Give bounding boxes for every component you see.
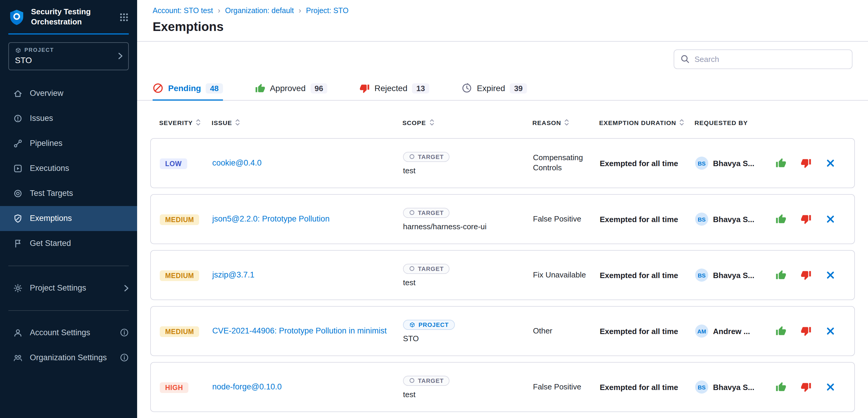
sidebar-item-label: Account Settings (30, 328, 90, 337)
chevron-right-icon (124, 285, 129, 292)
tab-count-badge: 48 (206, 83, 223, 94)
chevron-right-icon (118, 53, 123, 60)
column-exemption-duration[interactable]: EXEMPTION DURATION (599, 118, 694, 126)
toolbar (137, 42, 868, 77)
sidebar-item-label: Issues (30, 114, 53, 123)
approve-button[interactable] (776, 270, 786, 280)
app-title: Security Testing Orchestration (31, 7, 101, 27)
approve-button[interactable] (776, 214, 786, 224)
cancel-request-button[interactable] (826, 382, 835, 392)
reject-button[interactable] (801, 214, 811, 224)
sort-icon[interactable] (429, 118, 434, 126)
sidebar-item-label: Test Targets (30, 189, 73, 198)
scope-badge-target: TARGET (403, 264, 450, 274)
sidebar-item-test-targets[interactable]: Test Targets (0, 181, 137, 206)
account-icon (13, 328, 23, 338)
reject-button[interactable] (801, 270, 811, 280)
project-selector-value: STO (15, 56, 113, 65)
issue-link[interactable]: node-forge@0.10.0 (212, 381, 293, 393)
column-severity[interactable]: SEVERITY (159, 118, 212, 126)
exemption-row: HIGH node-forge@0.10.0 TARGET test False… (150, 362, 855, 412)
sidebar-divider (8, 266, 129, 266)
reject-button[interactable] (801, 326, 811, 337)
page-header: Account: STO test › Organization: defaul… (137, 0, 868, 41)
sidebar-item-project-settings[interactable]: Project Settings (0, 276, 137, 301)
target-scope-icon (409, 153, 415, 160)
sidebar-item-label: Executions (30, 164, 69, 173)
approve-button[interactable] (776, 382, 786, 392)
search-box[interactable] (674, 49, 852, 69)
exemption-row: MEDIUM jszip@3.7.1 TARGET test Fix Unava… (150, 250, 855, 300)
sidebar-item-label: Get Started (30, 239, 71, 248)
tab-pending[interactable]: Pending 48 (153, 77, 223, 100)
project-icon (15, 47, 22, 54)
issue-link[interactable]: json5@2.2.0: Prototype Pollution (212, 213, 342, 225)
exemption-duration: Exempted for all time (600, 326, 695, 336)
sidebar-item-overview[interactable]: Overview (0, 81, 137, 106)
reject-button[interactable] (801, 382, 811, 392)
breadcrumb-separator: › (218, 6, 220, 15)
target-scope-icon (409, 378, 415, 383)
tabs-bar: Pending 48 Approved 96 Rejected 13 Expir… (137, 77, 868, 101)
approve-button[interactable] (776, 158, 786, 169)
info-icon[interactable] (120, 328, 129, 337)
sidebar-item-executions[interactable]: Executions (0, 156, 137, 181)
info-icon[interactable] (120, 353, 129, 362)
requester-name: Bhavya S... (713, 383, 754, 391)
cancel-request-button[interactable] (826, 159, 835, 168)
main-content: Account: STO test › Organization: defaul… (137, 0, 868, 418)
sidebar-item-account-settings[interactable]: Account Settings (0, 320, 137, 345)
cancel-request-button[interactable] (826, 270, 835, 280)
exemption-row: LOW cookie@0.4.0 TARGET test Compensatin… (150, 138, 855, 188)
sidebar-item-pipelines[interactable]: Pipelines (0, 131, 137, 156)
pipelines-icon (13, 139, 23, 148)
app-switcher-icon[interactable] (119, 12, 129, 22)
project-selector[interactable]: PROJECT STO (8, 42, 129, 70)
home-icon (13, 89, 23, 98)
column-issue[interactable]: ISSUE (212, 118, 402, 126)
table-header: SEVERITY ISSUE SCOPE REASON EXEMPTION DU… (150, 118, 855, 126)
reject-button[interactable] (801, 158, 811, 169)
search-input[interactable] (694, 55, 846, 64)
tab-approved[interactable]: Approved 96 (255, 77, 327, 100)
column-scope[interactable]: SCOPE (402, 118, 532, 126)
shield-slash-icon (13, 214, 23, 223)
flag-icon (13, 239, 23, 248)
breadcrumb-account-link[interactable]: Account: STO test (153, 6, 213, 14)
clock-icon (461, 83, 472, 94)
column-reason[interactable]: REASON (532, 118, 599, 126)
breadcrumb-organization-link[interactable]: Organization: default (225, 6, 294, 14)
harness-logo[interactable] (8, 9, 25, 26)
scope-name: harness/harness-core-ui (403, 222, 487, 231)
tab-label: Rejected (374, 84, 407, 93)
sidebar-header: Security Testing Orchestration (0, 0, 137, 33)
column-requested-by: REQUESTED BY (694, 119, 775, 126)
sort-icon[interactable] (679, 118, 685, 126)
sidebar-item-get-started[interactable]: Get Started (0, 231, 137, 256)
sidebar-item-issues[interactable]: Issues (0, 106, 137, 131)
issue-link[interactable]: cookie@0.4.0 (212, 157, 274, 169)
cancel-request-button[interactable] (826, 214, 835, 224)
cancel-request-button[interactable] (826, 326, 835, 336)
sort-icon[interactable] (235, 118, 241, 126)
scope-badge-target: TARGET (403, 151, 450, 162)
issue-link[interactable]: CVE-2021-44906: Prototype Pollution in m… (212, 325, 399, 337)
tab-expired[interactable]: Expired 39 (461, 77, 527, 100)
search-icon (680, 55, 690, 64)
sidebar-item-organization-settings[interactable]: Organization Settings (0, 345, 137, 370)
project-scope-icon (409, 321, 415, 328)
avatar: BS (695, 269, 708, 282)
reason: Compensating Controls (533, 153, 600, 173)
tab-count-badge: 39 (510, 83, 527, 94)
sidebar-nav: Overview Issues Pipelines Executions Tes… (0, 73, 137, 256)
issue-link[interactable]: jszip@3.7.1 (212, 269, 267, 281)
requester-name: Andrew ... (713, 326, 750, 336)
target-scope-icon (409, 266, 415, 272)
sort-icon[interactable] (196, 118, 201, 126)
tab-rejected[interactable]: Rejected 13 (360, 77, 429, 100)
breadcrumb-project-link[interactable]: Project: STO (306, 6, 349, 14)
sort-icon[interactable] (564, 118, 569, 126)
sidebar-item-exemptions[interactable]: Exemptions (0, 206, 137, 231)
sidebar: Security Testing Orchestration PROJECT S… (0, 0, 137, 418)
approve-button[interactable] (776, 326, 786, 337)
